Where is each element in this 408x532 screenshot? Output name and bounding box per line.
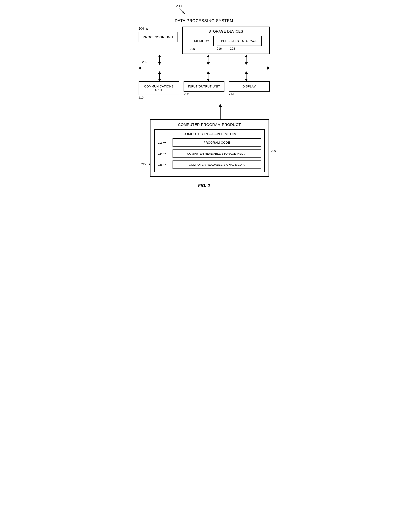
arrow-down-proc [158,62,161,65]
svg-marker-3 [146,28,148,30]
arrow-up-mem [207,55,210,57]
ref-216-label: 216 [217,47,222,50]
storage-devices-box: STORAGE DEVICES MEMORY 206 [182,27,270,54]
ref-224-wrapper: 224 [158,152,171,155]
arrow-up-disp [245,71,248,74]
cpp-box: COMPUTER PROGRAM PRODUCT 222 COMPUTER RE… [150,119,269,177]
page-container: 200 DATA PROCESSING SYSTEM 204 [128,4,280,188]
io-unit-box: INPUT/OUTPUT UNIT [184,81,224,92]
ref-206-label: 206 [190,47,195,50]
arrow-down-comm [158,79,161,81]
comm-unit-box: COMMUNICATIONS UNIT [139,81,179,95]
ref-204-label: 204 [139,27,144,30]
ref-220-label: 220 [271,149,276,153]
ref-220-wrapper: 220 [270,145,276,156]
bus-arrow-right [267,66,270,70]
program-code-label: PROGRAM CODE [204,141,230,144]
svg-marker-7 [165,142,166,143]
ref-226-label: 226 [158,163,163,166]
ref-226-wrapper: 226 [158,163,171,166]
connector-line [220,107,221,119]
memory-label: MEMORY [194,39,209,43]
ref-218-label: 218 [158,141,163,144]
storage-devices-title: STORAGE DEVICES [186,30,266,33]
fig-label: FIG. 2 [198,183,210,188]
processor-unit-box: PROCESSOR UNIT [139,32,178,42]
arrow-down-mem [207,62,210,65]
svg-marker-9 [165,153,166,155]
arrow-up-pers [245,55,248,57]
svg-marker-11 [165,164,166,166]
storage-media-label: COMPUTER READABLE STORAGE MEDIA [187,152,246,155]
bus-line [139,68,270,68]
ref-210-label: 210 [139,96,144,99]
comm-unit-label: COMMUNICATIONS UNIT [144,85,174,92]
connector-arrow-up [218,104,222,107]
arrow-down-io [207,79,210,81]
ref-218-wrapper: 218 [158,141,171,144]
program-code-box: PROGRAM CODE [172,138,261,147]
ref-212-label: 212 [184,92,188,96]
ref-202-label: 202 [142,60,147,64]
bus-arrow-left [139,66,141,70]
arrow-down-disp [245,79,248,81]
crm-box: COMPUTER READABLE MEDIA 218 [154,129,265,172]
dps-box: DATA PROCESSING SYSTEM 204 PROCESSOR UNI… [134,15,274,104]
ref-222-wrapper: 222 [141,163,152,166]
arrow-up-comm [158,71,161,74]
ref-200-label: 200 [176,4,182,8]
dps-title: DATA PROCESSING SYSTEM [139,19,270,23]
processor-unit-label: PROCESSOR UNIT [143,35,174,39]
persistent-storage-label: PERSISTENT STORAGE [221,39,257,42]
crm-title: COMPUTER READABLE MEDIA [158,132,261,136]
ref-224-label: 224 [158,152,163,155]
io-unit-label: INPUT/OUTPUT UNIT [188,85,220,88]
storage-media-box: COMPUTER READABLE STORAGE MEDIA [172,149,261,158]
arrow-up-io [207,71,210,74]
signal-media-label: COMPUTER READABLE SIGNAL MEDIA [189,163,245,166]
arrow-down-pers [245,62,248,65]
arrow-up-proc [158,55,161,57]
cpp-title: COMPUTER PROGRAM PRODUCT [154,123,265,127]
display-box: DISPLAY [229,81,270,92]
ref-208-label: 208 [230,47,235,50]
ref-222-label: 222 [141,163,146,166]
signal-media-box: COMPUTER READABLE SIGNAL MEDIA [172,161,261,169]
ref-214-label: 214 [229,92,234,96]
svg-marker-5 [149,163,150,165]
display-label: DISPLAY [242,85,256,88]
persistent-storage-box: PERSISTENT STORAGE [217,36,262,46]
memory-box: MEMORY [190,36,214,46]
